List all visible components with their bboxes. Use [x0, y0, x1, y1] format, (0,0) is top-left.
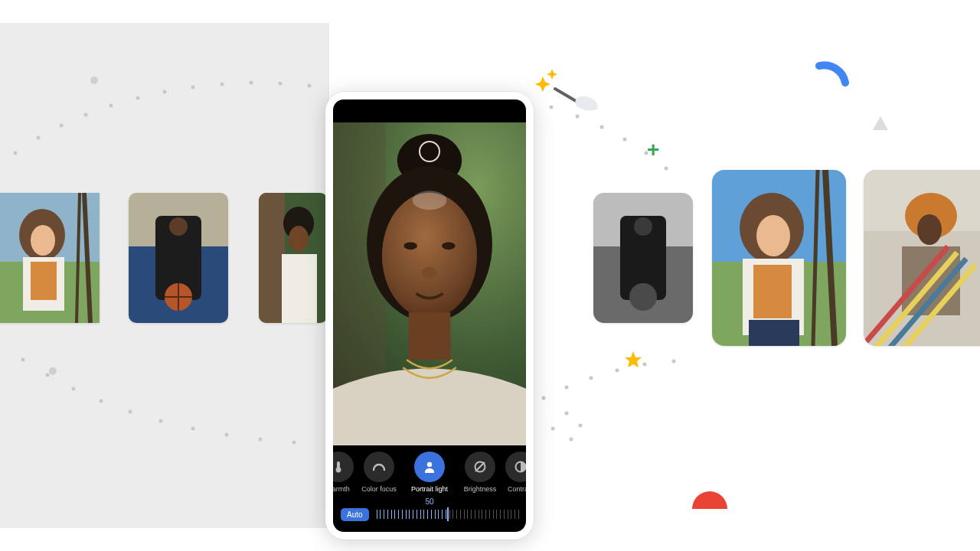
- green-plus-icon: +: [647, 138, 659, 162]
- slider-area: 50 Auto: [333, 493, 526, 532]
- svg-marker-40: [535, 77, 550, 92]
- svg-point-64: [634, 217, 652, 236]
- grey-triangle-icon: [873, 116, 888, 130]
- tool-label: Brightness: [464, 485, 497, 493]
- thermometer-icon: [333, 452, 354, 482]
- slider-value: 50: [341, 497, 518, 506]
- tool-label: Color focus: [361, 485, 397, 493]
- svg-marker-39: [873, 116, 888, 130]
- svg-point-35: [579, 424, 583, 428]
- svg-rect-72: [749, 320, 799, 346]
- auto-button[interactable]: Auto: [341, 508, 369, 521]
- svg-point-37: [570, 438, 573, 442]
- svg-point-27: [665, 167, 668, 171]
- svg-point-46: [31, 225, 55, 256]
- thumb-basketball[interactable]: [129, 193, 228, 323]
- svg-point-93: [413, 191, 447, 210]
- svg-point-33: [672, 360, 676, 364]
- svg-point-24: [600, 126, 604, 129]
- tool-portrait-light[interactable]: Portrait light: [407, 452, 452, 493]
- blue-arc-icon: [815, 61, 850, 96]
- svg-point-32: [643, 363, 647, 367]
- tool-brightness[interactable]: Brightness: [457, 452, 503, 493]
- svg-rect-71: [753, 265, 792, 318]
- svg-point-96: [427, 462, 432, 467]
- svg-point-34: [565, 412, 569, 416]
- yellow-star-icon: [624, 350, 642, 369]
- half-circle-icon: [505, 452, 526, 482]
- sun-slash-icon: [465, 452, 495, 482]
- hero-stage: +: [0, 0, 980, 551]
- svg-point-78: [917, 214, 942, 245]
- svg-point-28: [542, 396, 546, 400]
- svg-marker-41: [547, 69, 557, 80]
- person-icon: [414, 452, 445, 482]
- accent-dot: [49, 367, 57, 375]
- svg-rect-60: [282, 254, 317, 323]
- svg-point-29: [565, 386, 569, 390]
- svg-point-25: [623, 138, 627, 142]
- slider-ticks[interactable]: [377, 507, 518, 521]
- svg-point-89: [403, 242, 416, 249]
- tool-label: Portrait light: [411, 485, 448, 493]
- svg-point-31: [616, 369, 619, 373]
- svg-point-69: [756, 215, 790, 256]
- tool-contrast[interactable]: Contrast: [508, 452, 526, 493]
- phone-screen: warmth Color focus Portrait light: [333, 99, 526, 532]
- thumb-woman-tree[interactable]: [259, 193, 328, 323]
- svg-point-90: [442, 242, 455, 249]
- svg-point-36: [551, 427, 555, 431]
- svg-rect-48: [31, 262, 57, 300]
- tool-color-focus[interactable]: Color focus: [356, 452, 402, 493]
- svg-point-65: [629, 283, 657, 311]
- tool-label: Contrast: [508, 485, 526, 493]
- thumb-girl-swing-large[interactable]: [712, 170, 846, 346]
- svg-point-23: [576, 115, 580, 119]
- phone-mockup: warmth Color focus Portrait light: [325, 92, 534, 540]
- portrait-light-ring[interactable]: [419, 141, 440, 162]
- magic-wand-icon: [532, 69, 601, 115]
- editor-tool-row: warmth Color focus Portrait light: [333, 445, 526, 493]
- svg-point-91: [422, 267, 437, 279]
- tool-warmth[interactable]: warmth: [333, 452, 351, 493]
- svg-point-59: [289, 226, 309, 252]
- arc-icon: [364, 452, 394, 482]
- thumb-hammock[interactable]: [864, 170, 980, 346]
- accent-dot: [90, 77, 98, 84]
- red-semicircle-icon: [692, 483, 727, 509]
- svg-rect-92: [409, 312, 451, 360]
- svg-marker-38: [625, 351, 642, 367]
- tool-label: warmth: [333, 485, 350, 493]
- thumb-girl-swing[interactable]: [0, 193, 100, 323]
- svg-point-30: [590, 377, 593, 380]
- svg-point-54: [169, 217, 188, 236]
- thumb-basketball-bw[interactable]: [593, 193, 693, 323]
- svg-point-95: [336, 468, 341, 473]
- svg-rect-57: [259, 193, 285, 323]
- photo-viewfinder[interactable]: [333, 122, 526, 445]
